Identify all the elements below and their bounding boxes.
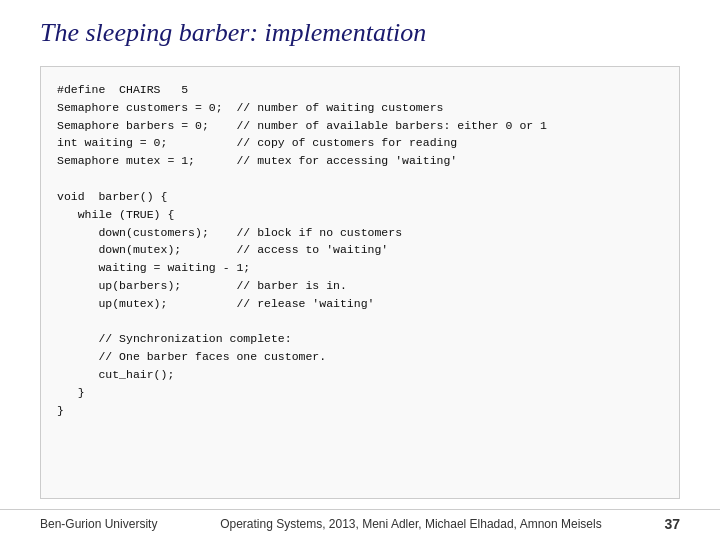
title-area: The sleeping barber: implementation [0, 0, 720, 58]
footer: Ben-Gurion University Operating Systems,… [0, 509, 720, 540]
slide-title: The sleeping barber: implementation [40, 18, 680, 48]
code-box: #define CHAIRS 5 Semaphore customers = 0… [40, 66, 680, 499]
slide-page: The sleeping barber: implementation #def… [0, 0, 720, 540]
code-content: #define CHAIRS 5 Semaphore customers = 0… [57, 81, 663, 419]
footer-university: Ben-Gurion University [40, 517, 157, 531]
footer-citation: Operating Systems, 2013, Meni Adler, Mic… [220, 517, 602, 531]
footer-page-number: 37 [664, 516, 680, 532]
